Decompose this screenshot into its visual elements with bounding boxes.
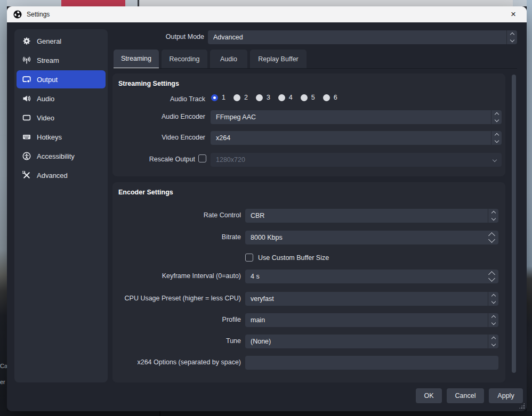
- vertical-scrollbar[interactable]: [512, 75, 516, 373]
- radio-track-4[interactable]: 4: [278, 94, 293, 101]
- settings-sidebar: General Stream: [14, 29, 108, 382]
- custom-buffer-label: Use Custom Buffer Size: [258, 254, 329, 262]
- radio-label: 2: [244, 94, 248, 101]
- background-red-bar: [61, 0, 125, 6]
- chevron-updown-icon[interactable]: [488, 335, 498, 348]
- radio-track-2[interactable]: 2: [233, 94, 248, 101]
- sidebar-item-label: Stream: [37, 56, 59, 64]
- tune-label: Tune: [112, 337, 241, 345]
- rescale-resolution-select[interactable]: 1280x720: [211, 153, 502, 167]
- cpu-preset-select[interactable]: veryfast: [245, 292, 498, 306]
- obs-logo-icon: [13, 10, 22, 19]
- radio-label: 3: [267, 94, 270, 101]
- antenna-icon: [22, 56, 31, 64]
- audio-track-label: Audio Track: [112, 95, 205, 103]
- section-title: Streaming Settings: [118, 80, 179, 87]
- output-mode-label: Output Mode: [98, 33, 204, 40]
- x264-options-label: x264 Options (separated by space): [112, 358, 241, 366]
- rescale-output-checkbox[interactable]: [198, 154, 206, 162]
- radio-track-1[interactable]: 1: [211, 94, 225, 101]
- chevron-updown-icon[interactable]: [488, 313, 498, 327]
- tab-label: Replay Buffer: [258, 55, 299, 63]
- title-bar[interactable]: Settings ×: [7, 6, 527, 22]
- audio-encoder-value: FFmpeg AAC: [216, 113, 256, 121]
- chevron-updown-icon[interactable]: [506, 30, 517, 44]
- radio-label: 6: [334, 94, 337, 101]
- radio-label: 1: [222, 94, 225, 101]
- desktop-top-strip: [0, 0, 532, 6]
- output-mode-select[interactable]: Advanced: [208, 30, 517, 44]
- radio-track-6[interactable]: 6: [323, 94, 337, 101]
- cpu-preset-value: veryfast: [251, 295, 274, 303]
- background-text-fragment: er: [0, 379, 5, 385]
- tools-icon: [22, 171, 31, 180]
- x264-options-input[interactable]: [245, 356, 498, 370]
- audio-encoder-label: Audio Encoder: [112, 113, 205, 120]
- sidebar-item-label: Video: [37, 114, 54, 122]
- keyframe-interval-spinbox[interactable]: 4 s: [245, 270, 498, 283]
- monitor-icon: [22, 113, 31, 122]
- sidebar-item-general[interactable]: General: [17, 32, 106, 50]
- desktop-bottom-strip: [0, 411, 532, 416]
- streaming-settings-panel: Streaming Settings Audio Track 1 2 3 4 5…: [112, 74, 505, 176]
- radio-icon: [233, 94, 240, 101]
- radio-icon: [256, 94, 263, 101]
- radio-label: 4: [289, 94, 293, 101]
- profile-label: Profile: [112, 316, 241, 323]
- background-text-fragment: Ca: [0, 363, 7, 369]
- button-label: OK: [424, 392, 433, 399]
- radio-selected-icon: [211, 94, 218, 101]
- chevron-updown-icon[interactable]: [491, 131, 502, 145]
- background-divider: [138, 0, 139, 6]
- chevron-down-icon: [493, 158, 497, 162]
- apply-button[interactable]: Apply: [489, 388, 523, 403]
- keyframe-interval-value: 4 s: [251, 273, 260, 280]
- audio-encoder-select[interactable]: FFmpeg AAC: [211, 110, 502, 124]
- accessibility-icon: [22, 152, 31, 160]
- profile-value: main: [251, 316, 265, 324]
- chevron-updown-icon[interactable]: [491, 110, 502, 124]
- tab-streaming[interactable]: Streaming: [114, 50, 159, 69]
- radio-track-5[interactable]: 5: [301, 94, 315, 101]
- rate-control-select[interactable]: CBR: [245, 209, 498, 223]
- sidebar-item-stream[interactable]: Stream: [17, 51, 106, 69]
- background-window-edge: [140, 0, 513, 6]
- tune-select[interactable]: (None): [245, 335, 498, 348]
- tab-replay-buffer[interactable]: Replay Buffer: [250, 50, 307, 69]
- video-encoder-select[interactable]: x264: [211, 131, 502, 145]
- window-title: Settings: [27, 11, 50, 18]
- keyframe-interval-label: Keyframe Interval (0=auto): [112, 272, 241, 280]
- chevron-updown-icon[interactable]: [488, 209, 498, 223]
- custom-buffer-checkbox[interactable]: [245, 254, 253, 262]
- bitrate-label: Bitrate: [112, 233, 241, 241]
- sidebar-item-audio[interactable]: Audio: [17, 89, 106, 108]
- tab-recording[interactable]: Recording: [162, 50, 207, 69]
- rescale-output-label: Rescale Output: [112, 156, 195, 163]
- gear-icon: [22, 37, 31, 45]
- desktop-left-strip: [0, 0, 7, 416]
- encoder-settings-panel: Encoder Settings Rate Control CBR Bitrat…: [112, 182, 505, 382]
- sidebar-item-accessibility[interactable]: Accessibility: [17, 147, 106, 165]
- ok-button[interactable]: OK: [416, 388, 442, 403]
- sidebar-item-video[interactable]: Video: [17, 109, 106, 127]
- settings-window: Settings × General: [7, 6, 527, 411]
- close-icon[interactable]: ×: [505, 8, 521, 21]
- rate-control-value: CBR: [251, 212, 264, 219]
- radio-track-3[interactable]: 3: [256, 94, 270, 101]
- sidebar-item-output[interactable]: Output: [17, 70, 106, 88]
- sidebar-item-hotkeys[interactable]: Hotkeys: [17, 128, 106, 146]
- tab-label: Streaming: [121, 55, 151, 62]
- tab-audio[interactable]: Audio: [210, 50, 247, 69]
- video-encoder-value: x264: [216, 134, 230, 142]
- resize-grip[interactable]: [519, 403, 525, 409]
- bitrate-spinbox[interactable]: 8000 Kbps: [245, 231, 498, 244]
- sidebar-item-advanced[interactable]: Advanced: [17, 166, 106, 184]
- output-mode-value: Advanced: [213, 34, 243, 41]
- button-label: Apply: [497, 392, 514, 399]
- profile-select[interactable]: main: [245, 313, 498, 327]
- sidebar-item-label: Output: [37, 76, 58, 84]
- chevron-updown-icon[interactable]: [488, 292, 498, 306]
- sidebar-item-label: General: [37, 37, 61, 45]
- cancel-button[interactable]: Cancel: [447, 388, 484, 403]
- bitrate-value: 8000 Kbps: [251, 234, 283, 241]
